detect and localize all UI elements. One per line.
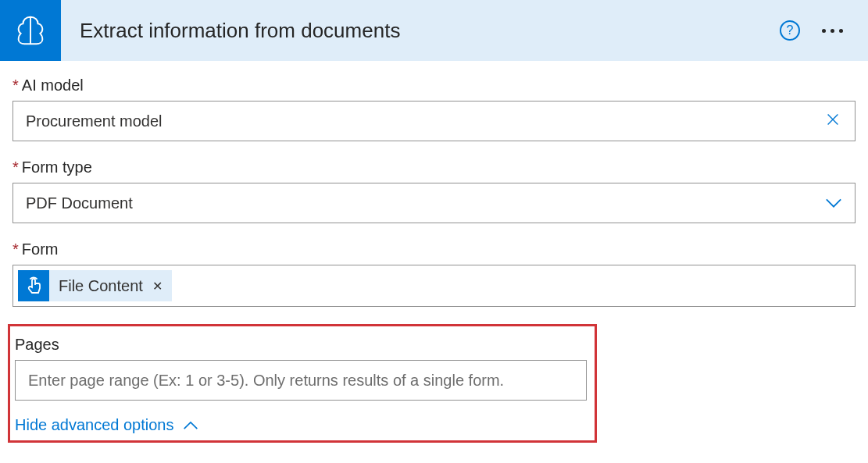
field-form-type: *Form type PDF Document xyxy=(13,158,855,223)
card-body: *AI model Procurement model *Form type P… xyxy=(0,61,868,443)
pages-input[interactable] xyxy=(15,360,587,401)
toggle-label: Hide advanced options xyxy=(15,416,173,434)
token-remove-icon[interactable]: ✕ xyxy=(149,279,166,294)
connector-icon-box xyxy=(0,0,61,61)
form-input[interactable]: File Content ✕ xyxy=(13,265,855,307)
form-type-select[interactable]: PDF Document xyxy=(13,183,855,223)
help-icon[interactable]: ? xyxy=(780,20,800,41)
card-title: Extract information from documents xyxy=(80,19,780,43)
field-pages: Pages xyxy=(15,336,587,401)
clear-icon[interactable] xyxy=(823,111,842,132)
pages-label: Pages xyxy=(15,336,587,354)
brain-icon xyxy=(13,12,48,48)
ai-model-input[interactable]: Procurement model xyxy=(13,101,855,141)
more-icon[interactable] xyxy=(822,29,843,33)
token-label: File Content xyxy=(59,277,143,295)
field-ai-model: *AI model Procurement model xyxy=(13,77,855,141)
hand-tap-icon xyxy=(18,270,49,301)
header-actions: ? xyxy=(780,20,868,41)
chevron-down-icon[interactable] xyxy=(825,194,842,212)
form-type-value: PDF Document xyxy=(26,194,825,212)
ai-model-label: *AI model xyxy=(13,77,855,94)
field-form: *Form File Content ✕ xyxy=(13,240,855,307)
dynamic-content-token[interactable]: File Content ✕ xyxy=(18,270,172,301)
hide-advanced-options-link[interactable]: Hide advanced options xyxy=(15,416,587,434)
ai-model-value: Procurement model xyxy=(26,112,823,130)
highlighted-section: Pages Hide advanced options xyxy=(8,324,597,443)
form-type-label: *Form type xyxy=(13,158,855,176)
chevron-up-icon xyxy=(183,416,198,434)
form-label: *Form xyxy=(13,240,855,258)
card-header: Extract information from documents ? xyxy=(0,0,868,61)
